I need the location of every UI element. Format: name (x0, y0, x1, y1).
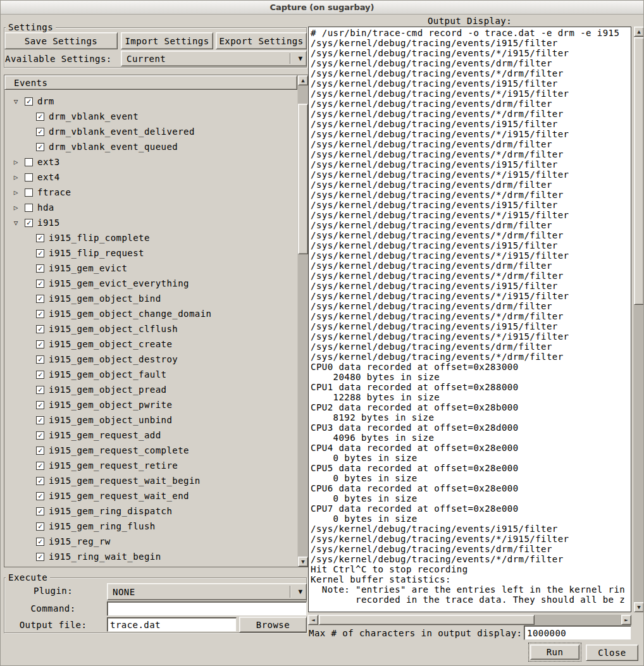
event-checkbox[interactable]: ✓ (36, 386, 44, 394)
window-titlebar[interactable]: Capture (on sugarbay) (1, 1, 643, 15)
scroll-up-icon[interactable]: ▲ (298, 75, 308, 85)
scroll-right-icon[interactable]: ► (621, 615, 631, 625)
scroll-up-icon[interactable]: ▲ (634, 27, 644, 37)
event-checkbox[interactable]: ✓ (36, 538, 44, 546)
expander-collapsed-icon[interactable]: ▷ (11, 173, 21, 182)
tree-row[interactable]: ✓i915_gem_object_bind (4, 291, 297, 306)
expander-collapsed-icon[interactable]: ▷ (11, 158, 21, 166)
tree-row[interactable]: ▽✓i915 (4, 215, 297, 230)
run-button[interactable]: Run (530, 644, 579, 660)
event-checkbox[interactable]: ✓ (36, 143, 44, 151)
event-checkbox[interactable]: ✓ (36, 416, 44, 424)
event-checkbox[interactable]: ✓ (36, 462, 44, 470)
tree-row[interactable]: ▷hda (4, 200, 297, 215)
tree-row[interactable]: ✓i915_gem_object_change_domain (4, 306, 297, 321)
expander-collapsed-icon[interactable]: ▷ (11, 204, 21, 212)
event-checkbox[interactable]: ✓ (36, 431, 44, 440)
event-checkbox[interactable]: ✓ (25, 219, 33, 227)
event-checkbox[interactable]: ✓ (36, 477, 44, 485)
tree-row[interactable]: ✓i915_flip_request (4, 245, 297, 261)
event-checkbox[interactable] (25, 158, 33, 166)
output-file-input[interactable]: trace.dat (107, 617, 237, 632)
event-label: drm_vblank_event (49, 111, 139, 121)
output-display-area[interactable]: # /usr/bin/trace-cmd record -o trace.dat… (308, 27, 631, 612)
event-checkbox[interactable]: ✓ (36, 325, 44, 333)
event-checkbox[interactable]: ✓ (36, 371, 44, 379)
tree-row[interactable]: ▷ext3 (4, 154, 297, 170)
output-vscrollbar-thumb[interactable] (634, 37, 644, 305)
tree-row[interactable]: ✓i915_gem_ring_dispatch (4, 503, 297, 519)
tree-row[interactable]: ✓i915_gem_evict_everything (4, 276, 297, 291)
events-column-header[interactable]: Events (4, 75, 297, 90)
event-checkbox[interactable]: ✓ (36, 553, 44, 561)
event-checkbox[interactable] (25, 204, 33, 212)
expander-expanded-icon[interactable]: ▽ (11, 219, 21, 227)
events-scrollbar[interactable]: ▲ ▼ (297, 75, 308, 567)
tree-row[interactable]: ✓i915_gem_object_unbind (4, 412, 297, 428)
expander-collapsed-icon[interactable]: ▷ (11, 188, 21, 197)
tree-row[interactable]: ✓i915_gem_object_clflush (4, 321, 297, 336)
max-chars-input[interactable]: 1000000 (524, 626, 631, 640)
scroll-left-icon[interactable]: ◄ (308, 615, 318, 625)
event-checkbox[interactable]: ✓ (36, 355, 44, 364)
tree-row[interactable]: ▽✓drm (4, 94, 297, 109)
tree-row[interactable]: ✓drm_vblank_event_delivered (4, 124, 297, 139)
tree-row[interactable]: ✓drm_vblank_event (4, 109, 297, 124)
tree-row[interactable]: ✓i915_gem_request_retire (4, 458, 297, 473)
event-checkbox[interactable]: ✓ (36, 447, 44, 455)
tree-row[interactable]: ✓i915_gem_ring_flush (4, 519, 297, 534)
expander-expanded-icon[interactable]: ▽ (11, 97, 21, 106)
event-checkbox[interactable]: ✓ (36, 310, 44, 318)
save-settings-button[interactable]: Save Settings (4, 32, 118, 49)
tree-row[interactable]: ✓i915_gem_object_create (4, 336, 297, 352)
run-label: Run (547, 647, 564, 657)
tree-row[interactable]: ▷ext4 (4, 170, 297, 185)
close-button[interactable]: Close (586, 644, 638, 661)
event-checkbox[interactable] (25, 173, 33, 182)
output-vscrollbar[interactable]: ▲ ▼ (633, 27, 644, 612)
import-settings-button[interactable]: Import Settings (121, 32, 213, 49)
browse-button[interactable]: Browse (239, 617, 307, 632)
available-settings-combobox[interactable]: Current ▼ (121, 51, 307, 66)
event-checkbox[interactable]: ✓ (36, 128, 44, 136)
event-checkbox[interactable]: ✓ (36, 507, 44, 515)
tree-row[interactable]: ✓i915_ring_wait_begin (4, 549, 297, 564)
tree-row[interactable]: ✓i915_gem_evict (4, 261, 297, 276)
event-checkbox[interactable]: ✓ (36, 340, 44, 348)
tree-row[interactable]: ✓i915_gem_object_destroy (4, 352, 297, 367)
event-checkbox[interactable]: ✓ (36, 401, 44, 409)
tree-row[interactable]: ✓i915_gem_object_pwrite (4, 397, 297, 412)
event-checkbox[interactable]: ✓ (36, 264, 44, 273)
scroll-down-icon[interactable]: ▼ (634, 602, 644, 612)
tree-row[interactable]: ✓i915_gem_request_wait_end (4, 488, 297, 503)
events-scrollbar-thumb[interactable] (298, 104, 308, 254)
event-checkbox[interactable]: ✓ (25, 97, 33, 106)
event-checkbox[interactable] (25, 188, 33, 197)
event-checkbox[interactable]: ✓ (36, 522, 44, 531)
tree-row[interactable]: ✓i915_gem_object_pread (4, 382, 297, 397)
tree-row[interactable]: ✓i915_flip_complete (4, 230, 297, 245)
output-hscrollbar[interactable]: ◄ ► (308, 615, 631, 626)
scroll-down-icon[interactable]: ▼ (298, 557, 308, 567)
event-label: i915_gem_evict (49, 263, 127, 273)
tree-row[interactable]: ✓i915_gem_request_add (4, 428, 297, 443)
event-checkbox[interactable]: ✓ (36, 249, 44, 257)
command-input[interactable] (107, 601, 307, 616)
tree-row[interactable]: ✓i915_gem_request_wait_begin (4, 473, 297, 488)
event-label: i915_gem_object_destroy (49, 354, 178, 364)
export-settings-button[interactable]: Export Settings (216, 32, 307, 49)
event-checkbox[interactable]: ✓ (36, 113, 44, 121)
event-checkbox[interactable]: ✓ (36, 280, 44, 288)
events-tree-body[interactable]: ▽✓drm✓drm_vblank_event✓drm_vblank_event_… (4, 90, 297, 567)
output-text[interactable]: # /usr/bin/trace-cmd record -o trace.dat… (309, 27, 631, 605)
event-checkbox[interactable]: ✓ (36, 234, 44, 242)
tree-row[interactable]: ✓i915_gem_request_complete (4, 443, 297, 458)
tree-row[interactable]: ✓i915_gem_object_fault (4, 367, 297, 382)
event-checkbox[interactable]: ✓ (36, 295, 44, 303)
tree-row[interactable]: ▷ftrace (4, 185, 297, 200)
plugin-combobox[interactable]: NONE ▼ (107, 583, 307, 600)
tree-row[interactable]: ✓i915_reg_rw (4, 534, 297, 549)
event-checkbox[interactable]: ✓ (36, 492, 44, 500)
tree-row[interactable]: ✓drm_vblank_event_queued (4, 139, 297, 154)
output-hscrollbar-thumb[interactable] (319, 615, 535, 625)
